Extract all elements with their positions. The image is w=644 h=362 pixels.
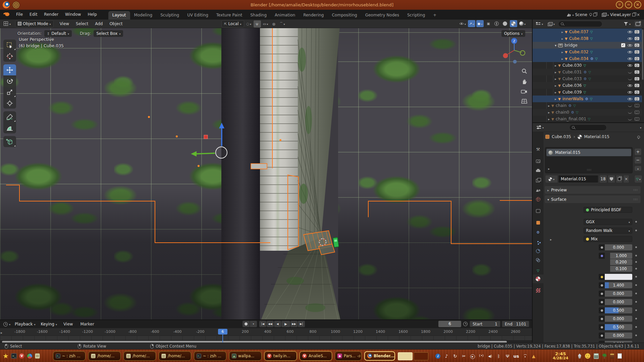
- socket-icon[interactable]: [599, 333, 605, 339]
- new-view-layer-icon[interactable]: [632, 13, 635, 16]
- disable-render-icon[interactable]: [635, 37, 639, 40]
- taskbar-window-blender[interactable]: Blender...: [364, 351, 395, 361]
- decorator-dot[interactable]: [635, 261, 637, 263]
- anisotropic-slider[interactable]: 0.000: [605, 333, 632, 339]
- tab-texture[interactable]: [533, 286, 543, 295]
- outliner-row-cube038[interactable]: Cube.038: [533, 35, 642, 42]
- launcher-star-icon[interactable]: ★: [3, 352, 9, 360]
- expand-icon[interactable]: [550, 237, 552, 242]
- add-material-slot-button[interactable]: +: [634, 148, 642, 156]
- shading-solid-button[interactable]: [501, 20, 509, 27]
- snap-settings-button[interactable]: ▭: [262, 20, 269, 27]
- outliner-row-chain[interactable]: chain: [533, 102, 642, 109]
- tray-volume-icon[interactable]: ◀): [486, 354, 494, 358]
- tray-bluetooth-icon[interactable]: ᛒ: [494, 354, 503, 359]
- tab-shading[interactable]: Shading: [246, 11, 271, 19]
- properties-search[interactable]: [569, 124, 607, 131]
- scene-selector[interactable]: Scene: [565, 12, 598, 18]
- tool-measure[interactable]: [3, 122, 16, 133]
- tab-rendering[interactable]: Rendering: [299, 11, 328, 19]
- outliner-display-mode[interactable]: [535, 21, 544, 27]
- tab-scripting[interactable]: Scripting: [403, 11, 429, 19]
- menu-render[interactable]: Render: [41, 11, 62, 18]
- launcher-terminal-icon[interactable]: >_: [11, 353, 17, 359]
- taskbar-window-analies[interactable]: VAnalieS...: [300, 351, 332, 361]
- tab-physics[interactable]: [533, 247, 543, 255]
- material-name-field[interactable]: Material.015: [558, 175, 598, 183]
- socket-icon[interactable]: [599, 291, 605, 297]
- tab-uv-editing[interactable]: UV Editing: [183, 11, 212, 19]
- outliner-row-chain-final[interactable]: chain_final.001: [533, 116, 642, 122]
- gizmos-toggle[interactable]: ↗: [468, 20, 475, 27]
- show-desktop-button[interactable]: [618, 353, 622, 359]
- jump-prev-keyframe-button[interactable]: ◀◀: [267, 321, 274, 327]
- specular-slider[interactable]: 0.500: [605, 307, 632, 313]
- node-dropdown-button[interactable]: [634, 175, 642, 183]
- sss-method-dropdown[interactable]: Random Walk: [584, 228, 632, 234]
- browse-material-button[interactable]: [545, 175, 558, 183]
- hidden-viewport-icon[interactable]: [628, 117, 632, 121]
- new-scene-icon[interactable]: [593, 13, 596, 16]
- launcher-browser-icon[interactable]: [27, 353, 33, 359]
- radius-z-field[interactable]: 0.100: [610, 266, 632, 272]
- tab-layout[interactable]: Layout: [108, 11, 130, 19]
- tray-plant-icon[interactable]: [602, 354, 607, 359]
- subsurface-ior-slider[interactable]: 1.400: [605, 282, 632, 288]
- tool-annotate[interactable]: [3, 111, 16, 122]
- minimize-window-button[interactable]: −: [625, 1, 632, 8]
- hide-viewport-icon[interactable]: [628, 50, 632, 54]
- tray-player-icon[interactable]: ▶: [468, 353, 477, 359]
- editor-type-button[interactable]: [1, 20, 13, 27]
- decorator-dot[interactable]: [635, 335, 637, 336]
- disable-render-icon[interactable]: [635, 50, 639, 54]
- play-reverse-button[interactable]: ◀: [274, 321, 281, 327]
- menu-file[interactable]: File: [13, 11, 26, 18]
- launcher-vim-icon[interactable]: V: [19, 353, 24, 359]
- proportional-editing-toggle[interactable]: ◎: [270, 20, 278, 27]
- subsurface-aniso-slider[interactable]: 0.000: [605, 291, 632, 297]
- render-disabled-icon[interactable]: [635, 104, 639, 107]
- use-preview-range-icon[interactable]: [463, 322, 468, 326]
- tab-add-workspace[interactable]: +: [429, 11, 440, 19]
- tray-info-icon[interactable]: i: [433, 353, 442, 359]
- frame-start-field[interactable]: Start1: [470, 321, 500, 327]
- hide-viewport-icon[interactable]: [628, 43, 632, 48]
- decorator-dot[interactable]: [635, 326, 637, 328]
- keying-set-dropdown[interactable]: [250, 321, 257, 327]
- socket-icon[interactable]: [599, 324, 605, 330]
- decorator-dot[interactable]: [635, 221, 637, 223]
- jump-to-start-button[interactable]: |◀: [259, 321, 266, 327]
- pivot-point-button[interactable]: ◌: [245, 20, 253, 27]
- tray-warning-icon[interactable]: ▲: [529, 354, 538, 359]
- render-disabled-icon[interactable]: [635, 111, 639, 114]
- chevron-down-icon[interactable]: [640, 125, 641, 130]
- tab-view-layer[interactable]: [533, 176, 543, 184]
- taskbar-window-home3[interactable]: /home/...: [159, 351, 191, 361]
- outliner-row-cube039[interactable]: Cube.039: [533, 89, 642, 96]
- tray-wifi-icon[interactable]: [521, 354, 529, 359]
- taskbar-window-pars[interactable]: ◆Pars...◁): [335, 351, 362, 361]
- tab-animation[interactable]: Animation: [271, 11, 299, 19]
- shading-rendered-button[interactable]: [518, 20, 527, 27]
- hide-viewport-icon[interactable]: [628, 90, 632, 95]
- distribution-dropdown[interactable]: GGX: [584, 219, 632, 225]
- auto-keyframe-button[interactable]: [243, 321, 250, 327]
- disable-render-icon[interactable]: [635, 70, 639, 74]
- outliner-row-cube037[interactable]: Cube.037: [533, 28, 642, 35]
- breadcrumb-object[interactable]: Cube.035: [552, 134, 571, 139]
- breadcrumb-material[interactable]: Material.015: [584, 134, 609, 139]
- roughness-slider[interactable]: 0.500: [605, 324, 632, 330]
- tab-object[interactable]: [533, 218, 543, 227]
- tray-broadcast-icon[interactable]: [477, 353, 486, 359]
- hidden-viewport-icon[interactable]: [628, 104, 632, 108]
- proportional-falloff-button[interactable]: ⌒: [279, 20, 286, 27]
- decorator-dot[interactable]: [635, 318, 637, 319]
- xray-toggle[interactable]: ▣: [485, 20, 492, 27]
- 3d-viewport[interactable]: Z Object Mode View Select Add Object: [0, 19, 532, 320]
- object-visibility-button[interactable]: [458, 20, 467, 27]
- resize-handle[interactable]: ∷∷: [587, 168, 591, 172]
- taskbar-window-twily[interactable]: Vtwily.in...: [264, 351, 297, 361]
- zoom-icon[interactable]: [521, 68, 527, 74]
- material-slot-item[interactable]: Material.015: [546, 149, 631, 156]
- disable-render-icon[interactable]: [635, 44, 639, 47]
